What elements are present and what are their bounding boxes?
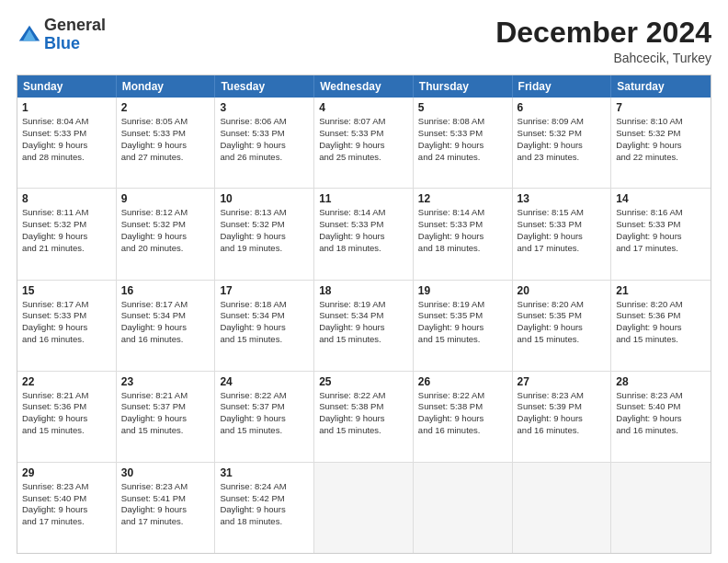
cell-line-3: and 16 minutes. [22,334,111,346]
cell-line-0: Sunrise: 8:23 AM [22,481,111,493]
cell-line-1: Sunset: 5:38 PM [319,401,408,413]
cell-line-0: Sunrise: 8:23 AM [616,390,706,402]
day-cell-23: 23Sunrise: 8:21 AMSunset: 5:37 PMDayligh… [117,372,216,462]
day-cell-14: 14Sunrise: 8:16 AMSunset: 5:33 PMDayligh… [611,189,711,279]
cell-line-3: and 26 minutes. [220,152,309,164]
cell-line-3: and 15 minutes. [319,425,408,437]
cell-line-0: Sunrise: 8:22 AM [418,390,507,402]
day-number: 14 [616,192,706,205]
empty-cell [414,463,513,553]
cell-line-1: Sunset: 5:40 PM [22,493,111,505]
day-cell-22: 22Sunrise: 8:21 AMSunset: 5:36 PMDayligh… [17,372,117,462]
day-number: 5 [418,101,507,114]
cell-line-2: Daylight: 9 hours [518,413,607,425]
day-number: 4 [319,101,408,114]
cell-line-1: Sunset: 5:34 PM [121,310,210,322]
calendar-row-2: 8Sunrise: 8:11 AMSunset: 5:32 PMDaylight… [17,188,711,279]
day-number: 11 [319,192,408,205]
empty-cell [611,463,711,553]
day-cell-8: 8Sunrise: 8:11 AMSunset: 5:32 PMDaylight… [17,189,117,279]
cell-line-1: Sunset: 5:33 PM [220,128,309,140]
cell-line-2: Daylight: 9 hours [518,322,607,334]
cell-line-3: and 15 minutes. [121,425,210,437]
cell-line-3: and 22 minutes. [616,152,706,164]
cell-line-0: Sunrise: 8:05 AM [121,116,210,128]
cell-line-3: and 18 minutes. [418,243,507,255]
cell-line-0: Sunrise: 8:08 AM [418,116,507,128]
day-number: 2 [121,101,210,114]
cell-line-2: Daylight: 9 hours [319,413,408,425]
cell-line-2: Daylight: 9 hours [616,413,706,425]
cell-line-1: Sunset: 5:40 PM [616,401,706,413]
cell-line-2: Daylight: 9 hours [418,413,507,425]
cell-line-3: and 27 minutes. [121,152,210,164]
cell-line-2: Daylight: 9 hours [220,413,309,425]
cell-line-1: Sunset: 5:33 PM [518,219,607,231]
day-cell-28: 28Sunrise: 8:23 AMSunset: 5:40 PMDayligh… [611,372,711,462]
day-number: 28 [616,375,706,388]
day-cell-10: 10Sunrise: 8:13 AMSunset: 5:32 PMDayligh… [215,189,314,279]
calendar-row-1: 1Sunrise: 8:04 AMSunset: 5:33 PMDaylight… [17,98,711,188]
cell-line-3: and 16 minutes. [418,425,507,437]
logo: General Blue [17,17,106,53]
empty-cell [314,463,414,553]
calendar: SundayMondayTuesdayWednesdayThursdayFrid… [17,75,711,554]
empty-cell [513,463,612,553]
cell-line-1: Sunset: 5:33 PM [22,128,111,140]
cell-line-0: Sunrise: 8:09 AM [518,116,607,128]
day-cell-9: 9Sunrise: 8:12 AMSunset: 5:32 PMDaylight… [117,189,216,279]
cell-line-1: Sunset: 5:34 PM [220,310,309,322]
day-number: 26 [418,375,507,388]
cell-line-2: Daylight: 9 hours [518,140,607,152]
cell-line-2: Daylight: 9 hours [121,140,210,152]
cell-line-3: and 19 minutes. [220,243,309,255]
cell-line-1: Sunset: 5:39 PM [518,401,607,413]
cell-line-0: Sunrise: 8:20 AM [518,299,607,311]
day-cell-4: 4Sunrise: 8:07 AMSunset: 5:33 PMDaylight… [314,98,414,188]
cell-line-3: and 16 minutes. [518,425,607,437]
cell-line-2: Daylight: 9 hours [22,231,111,243]
cell-line-2: Daylight: 9 hours [319,140,408,152]
logo-text: General Blue [44,17,106,53]
day-cell-3: 3Sunrise: 8:06 AMSunset: 5:33 PMDaylight… [215,98,314,188]
day-cell-6: 6Sunrise: 8:09 AMSunset: 5:32 PMDaylight… [513,98,612,188]
day-number: 30 [121,466,210,479]
cell-line-1: Sunset: 5:35 PM [518,310,607,322]
cell-line-0: Sunrise: 8:20 AM [616,299,706,311]
day-number: 8 [22,192,111,205]
cell-line-1: Sunset: 5:32 PM [121,219,210,231]
cell-line-3: and 15 minutes. [418,334,507,346]
day-number: 21 [616,284,706,297]
cell-line-2: Daylight: 9 hours [121,504,210,516]
header-day-sunday: Sunday [17,75,117,98]
day-cell-15: 15Sunrise: 8:17 AMSunset: 5:33 PMDayligh… [17,281,117,371]
cell-line-2: Daylight: 9 hours [518,231,607,243]
cell-line-0: Sunrise: 8:15 AM [518,207,607,219]
cell-line-2: Daylight: 9 hours [121,322,210,334]
cell-line-2: Daylight: 9 hours [22,322,111,334]
cell-line-1: Sunset: 5:33 PM [22,310,111,322]
cell-line-2: Daylight: 9 hours [220,322,309,334]
cell-line-2: Daylight: 9 hours [121,231,210,243]
logo-general: General [44,17,106,35]
day-number: 9 [121,192,210,205]
cell-line-1: Sunset: 5:32 PM [518,128,607,140]
cell-line-1: Sunset: 5:36 PM [22,401,111,413]
day-number: 7 [616,101,706,114]
cell-line-2: Daylight: 9 hours [418,140,507,152]
cell-line-0: Sunrise: 8:21 AM [121,390,210,402]
calendar-header: SundayMondayTuesdayWednesdayThursdayFrid… [17,75,711,98]
cell-line-1: Sunset: 5:33 PM [616,219,706,231]
cell-line-0: Sunrise: 8:19 AM [319,299,408,311]
day-cell-2: 2Sunrise: 8:05 AMSunset: 5:33 PMDaylight… [117,98,216,188]
cell-line-2: Daylight: 9 hours [418,322,507,334]
cell-line-2: Daylight: 9 hours [319,231,408,243]
day-cell-16: 16Sunrise: 8:17 AMSunset: 5:34 PMDayligh… [117,281,216,371]
cell-line-2: Daylight: 9 hours [220,504,309,516]
cell-line-3: and 24 minutes. [418,152,507,164]
location: Bahcecik, Turkey [495,51,711,65]
cell-line-0: Sunrise: 8:22 AM [220,390,309,402]
day-number: 17 [220,284,309,297]
header: General Blue December 2024 Bahcecik, Tur… [17,17,711,65]
cell-line-0: Sunrise: 8:17 AM [22,299,111,311]
